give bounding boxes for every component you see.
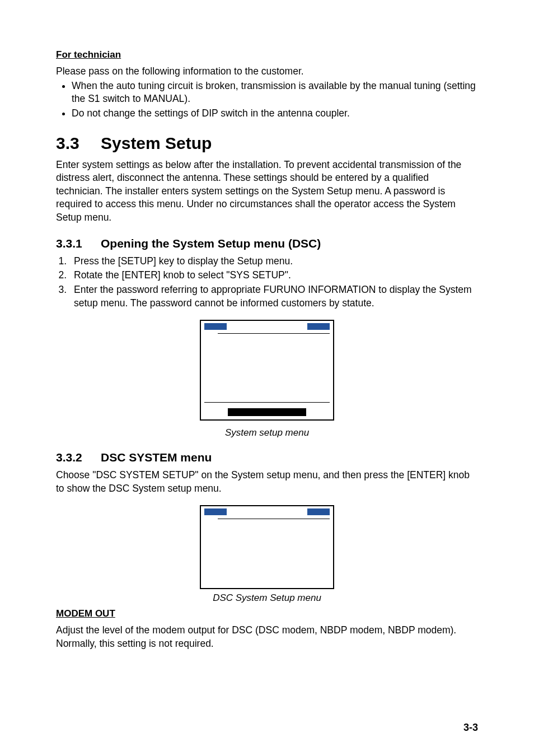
- heading-modem-out: MODEM OUT: [56, 608, 478, 619]
- list-item: Do not change the settings of DIP switch…: [72, 107, 478, 120]
- section-title: System Setup: [101, 134, 212, 153]
- blue-block-icon: [307, 508, 330, 515]
- subsection-title: DSC SYSTEM menu: [101, 451, 212, 464]
- section-number: 3.3: [56, 134, 101, 153]
- divider-line: [204, 402, 330, 403]
- blue-block-icon: [307, 323, 330, 330]
- list-item: When the auto tuning circuit is broken, …: [72, 80, 478, 106]
- subsection-number: 3.3.1: [56, 237, 101, 250]
- blue-block-icon: [204, 323, 227, 330]
- tech-intro-paragraph: Please pass on the following information…: [56, 65, 478, 78]
- figure-dsc-system-setup-menu: [56, 505, 478, 589]
- divider-line: [218, 519, 330, 519]
- figure-caption: System setup menu: [56, 427, 478, 438]
- subsection-heading: 3.3.2 DSC SYSTEM menu: [56, 451, 478, 464]
- list-item: Enter the password referring to appropri…: [69, 283, 478, 310]
- divider-line: [218, 333, 330, 334]
- screen-diagram: [200, 505, 334, 589]
- list-item: Press the [SETUP] key to display the Set…: [69, 255, 478, 268]
- subsection-heading: 3.3.1 Opening the System Setup menu (DSC…: [56, 237, 478, 250]
- heading-for-technician: For technician: [56, 49, 478, 60]
- figure-caption: DSC System Setup menu: [56, 592, 478, 604]
- modem-out-paragraph: Adjust the level of the modem output for…: [56, 624, 478, 650]
- page-number: 3-3: [463, 722, 478, 734]
- tech-bullet-list: When the auto tuning circuit is broken, …: [56, 80, 478, 120]
- section-heading: 3.3 System Setup: [56, 134, 478, 153]
- list-item: Rotate the [ENTER] knob to select "SYS S…: [69, 269, 478, 282]
- steps-list: Press the [SETUP] key to display the Set…: [56, 255, 478, 310]
- screen-header-row: [201, 506, 333, 515]
- screen-diagram: [200, 320, 334, 421]
- subsection-number: 3.3.2: [56, 451, 101, 464]
- figure-system-setup-menu: [56, 320, 478, 421]
- screen-header-row: [201, 321, 333, 330]
- subsection-title: Opening the System Setup menu (DSC): [101, 237, 321, 250]
- subsection-intro-paragraph: Choose "DSC SYSTEM SETUP" on the System …: [56, 469, 478, 495]
- blue-block-icon: [204, 508, 227, 515]
- section-intro-paragraph: Enter system settings as below after the…: [56, 158, 478, 225]
- document-page: For technician Please pass on the follow…: [0, 0, 534, 756]
- black-bar-icon: [228, 408, 306, 416]
